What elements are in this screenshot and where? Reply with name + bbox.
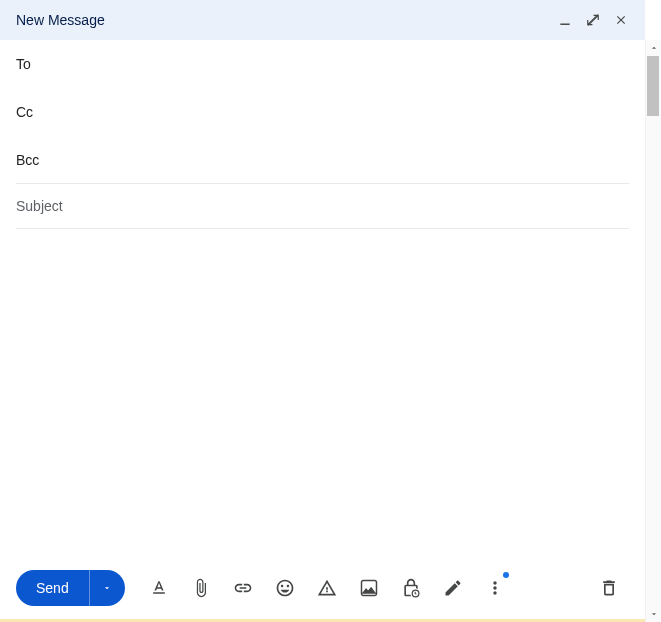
to-field-row[interactable]: To (16, 40, 629, 88)
trash-icon (599, 578, 619, 598)
image-icon (359, 578, 379, 598)
confidential-mode-button[interactable] (391, 570, 431, 606)
attachment-icon (191, 578, 211, 598)
compose-window: New Message To Cc Bcc Send (0, 0, 645, 622)
lock-clock-icon (401, 578, 421, 598)
notification-dot-icon (503, 572, 509, 578)
to-label: To (16, 56, 31, 72)
send-button[interactable]: Send (16, 570, 89, 606)
close-icon[interactable] (609, 8, 633, 32)
send-button-group: Send (16, 570, 125, 606)
insert-emoji-button[interactable] (265, 570, 305, 606)
scroll-up-button[interactable] (646, 40, 661, 56)
header-controls (553, 8, 633, 32)
svg-rect-0 (560, 24, 569, 25)
insert-drive-button[interactable] (307, 570, 347, 606)
send-options-button[interactable] (89, 570, 125, 606)
chevron-down-icon (649, 609, 659, 619)
attach-file-button[interactable] (181, 570, 221, 606)
minimize-icon[interactable] (553, 8, 577, 32)
link-icon (233, 578, 253, 598)
emoji-icon (275, 578, 295, 598)
bcc-field-row[interactable]: Bcc (16, 136, 629, 184)
scroll-down-button[interactable] (646, 606, 661, 622)
text-format-icon (149, 578, 169, 598)
insert-link-button[interactable] (223, 570, 263, 606)
message-body[interactable] (16, 229, 629, 558)
formatting-options-button[interactable] (139, 570, 179, 606)
drive-icon (317, 578, 337, 598)
chevron-up-icon (649, 43, 659, 53)
cc-field-row[interactable]: Cc (16, 88, 629, 136)
insert-photo-button[interactable] (349, 570, 389, 606)
cc-label: Cc (16, 104, 33, 120)
compose-footer: Send (0, 558, 645, 622)
compose-header: New Message (0, 0, 645, 40)
scroll-thumb[interactable] (647, 56, 659, 116)
pen-icon (443, 578, 463, 598)
chevron-down-icon (102, 583, 112, 593)
vertical-scrollbar (645, 40, 661, 622)
fullscreen-icon[interactable] (581, 8, 605, 32)
discard-draft-button[interactable] (589, 570, 629, 606)
insert-signature-button[interactable] (433, 570, 473, 606)
subject-input[interactable] (16, 184, 629, 228)
compose-content: To Cc Bcc (0, 40, 645, 558)
subject-field-row (16, 184, 629, 229)
more-vert-icon (485, 578, 505, 598)
more-options-button[interactable] (475, 570, 515, 606)
bcc-label: Bcc (16, 152, 39, 168)
compose-title: New Message (12, 12, 553, 28)
